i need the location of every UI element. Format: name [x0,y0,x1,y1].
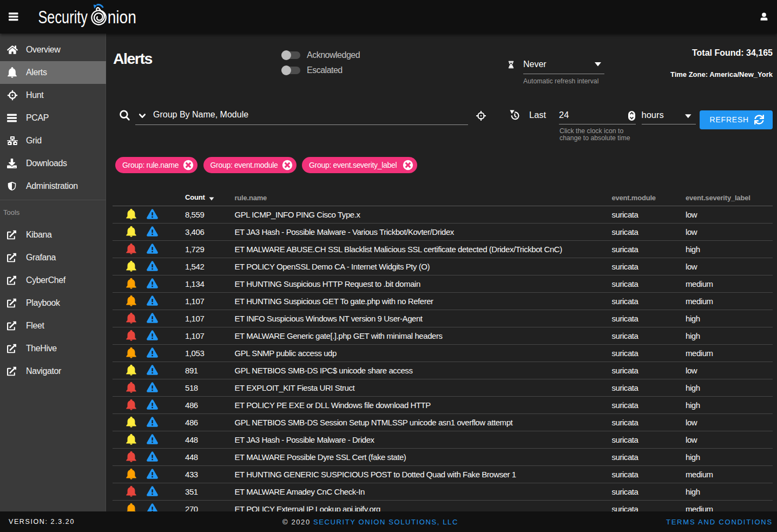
svg-text:nion: nion [108,7,136,28]
svg-text:Security: Security [38,7,88,27]
